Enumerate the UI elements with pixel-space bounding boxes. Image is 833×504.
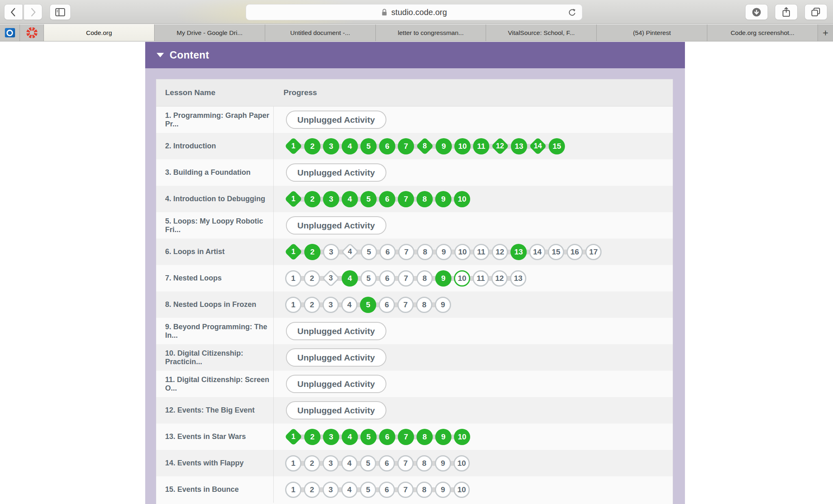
pinned-tab-canvas[interactable] [20, 24, 44, 41]
level-bubble-5[interactable]: 5 [360, 297, 376, 313]
tab-untitled-document[interactable]: Untitled document -... [265, 24, 376, 41]
level-bubble-3[interactable]: 3 [323, 244, 339, 260]
forward-button[interactable] [24, 4, 42, 20]
level-bubble-6[interactable]: 6 [379, 244, 396, 260]
level-bubble-4[interactable]: 4 [342, 138, 358, 154]
level-bubble-2[interactable]: 2 [304, 482, 320, 498]
level-bubble-7[interactable]: 7 [398, 270, 414, 287]
level-bubble-8[interactable]: 8 [416, 270, 433, 287]
level-bubble-6[interactable]: 6 [379, 429, 395, 445]
lesson-name-link[interactable]: 9. Beyond Programming: The In... [156, 318, 274, 344]
lesson-name-link[interactable]: 7. Nested Loops [156, 265, 274, 291]
level-bubble-9[interactable]: 9 [436, 244, 452, 260]
level-bubble-5[interactable]: 5 [361, 244, 377, 260]
level-bubble-6[interactable]: 6 [379, 138, 395, 154]
level-bubble-13[interactable]: 13 [510, 270, 526, 287]
level-bubble-11[interactable]: 11 [473, 270, 489, 287]
level-bubble-6[interactable]: 6 [379, 482, 395, 498]
level-bubble-12[interactable]: 12 [491, 137, 509, 155]
level-bubble-2[interactable]: 2 [304, 297, 320, 313]
lesson-name-link[interactable]: 10. Digital Citizenship: Practicin... [156, 344, 274, 371]
address-bar[interactable]: studio.code.org [246, 4, 582, 20]
level-bubble-14[interactable]: 14 [529, 244, 545, 260]
level-bubble-1[interactable]: 1 [285, 482, 301, 498]
level-bubble-8[interactable]: 8 [416, 137, 434, 155]
tab-54-pinterest[interactable]: (54) Pinterest [597, 24, 707, 41]
level-bubble-10[interactable]: 10 [454, 270, 470, 287]
level-bubble-7[interactable]: 7 [397, 482, 414, 498]
level-bubble-5[interactable]: 5 [360, 429, 377, 445]
level-bubble-5[interactable]: 5 [360, 191, 377, 207]
new-tab-button[interactable]: + [818, 24, 833, 41]
level-bubble-2[interactable]: 2 [304, 244, 321, 260]
level-bubble-1[interactable]: 1 [285, 190, 303, 208]
sidebar-toggle-button[interactable] [50, 4, 71, 20]
tab-code-org[interactable]: Code.org [44, 24, 155, 41]
level-bubble-10[interactable]: 10 [454, 191, 470, 207]
level-bubble-5[interactable]: 5 [360, 138, 377, 154]
level-bubble-5[interactable]: 5 [360, 482, 376, 498]
lesson-name-link[interactable]: 14. Events with Flappy [156, 450, 274, 476]
level-bubble-4[interactable]: 4 [342, 191, 358, 207]
level-bubble-1[interactable]: 1 [285, 243, 303, 261]
level-bubble-1[interactable]: 1 [285, 455, 301, 471]
lesson-name-link[interactable]: 8. Nested Loops in Frozen [156, 291, 274, 318]
level-bubble-14[interactable]: 14 [529, 137, 547, 155]
level-bubble-7[interactable]: 7 [398, 244, 414, 260]
unplugged-activity-button[interactable]: Unplugged Activity [286, 348, 386, 367]
level-bubble-15[interactable]: 15 [549, 138, 565, 154]
unplugged-activity-button[interactable]: Unplugged Activity [286, 375, 386, 393]
level-bubble-3[interactable]: 3 [322, 269, 340, 287]
level-bubble-8[interactable]: 8 [416, 429, 433, 445]
tab-vitalsource-school-f[interactable]: VitalSource: School, F... [486, 24, 597, 41]
level-bubble-7[interactable]: 7 [397, 455, 414, 471]
level-bubble-9[interactable]: 9 [435, 455, 451, 471]
level-bubble-7[interactable]: 7 [398, 191, 414, 207]
level-bubble-8[interactable]: 8 [417, 244, 433, 260]
level-bubble-5[interactable]: 5 [360, 270, 377, 287]
level-bubble-3[interactable]: 3 [323, 191, 339, 207]
level-bubble-10[interactable]: 10 [454, 244, 471, 260]
level-bubble-8[interactable]: 8 [416, 297, 432, 313]
level-bubble-4[interactable]: 4 [342, 429, 358, 445]
level-bubble-1[interactable]: 1 [285, 297, 301, 313]
level-bubble-3[interactable]: 3 [323, 455, 339, 471]
level-bubble-4[interactable]: 4 [342, 270, 358, 287]
level-bubble-4[interactable]: 4 [341, 455, 358, 471]
level-bubble-3[interactable]: 3 [323, 482, 339, 498]
level-bubble-4[interactable]: 4 [341, 482, 358, 498]
level-bubble-4[interactable]: 4 [341, 297, 358, 313]
unplugged-activity-button[interactable]: Unplugged Activity [286, 163, 386, 182]
level-bubble-12[interactable]: 12 [491, 270, 508, 287]
level-bubble-8[interactable]: 8 [416, 455, 432, 471]
unplugged-activity-button[interactable]: Unplugged Activity [286, 401, 386, 419]
unplugged-activity-button[interactable]: Unplugged Activity [286, 111, 386, 129]
level-bubble-3[interactable]: 3 [323, 297, 339, 313]
tab-code-org-screenshot[interactable]: Code.org screenshot... [707, 24, 818, 41]
level-bubble-12[interactable]: 12 [492, 244, 508, 260]
level-bubble-17[interactable]: 17 [585, 244, 602, 260]
level-bubble-9[interactable]: 9 [435, 429, 451, 445]
level-bubble-1[interactable]: 1 [285, 137, 303, 155]
lesson-name-link[interactable]: 13. Events in Star Wars [156, 424, 274, 450]
level-bubble-1[interactable]: 1 [285, 428, 303, 446]
level-bubble-13[interactable]: 13 [510, 244, 527, 260]
back-button[interactable] [4, 4, 23, 20]
unplugged-activity-button[interactable]: Unplugged Activity [286, 322, 386, 340]
level-bubble-6[interactable]: 6 [379, 270, 395, 287]
level-bubble-10[interactable]: 10 [454, 429, 470, 445]
tab-my-drive-google-dri[interactable]: My Drive - Google Dri... [155, 24, 265, 41]
level-bubble-7[interactable]: 7 [398, 429, 414, 445]
lesson-name-link[interactable]: 1. Programming: Graph Paper Pr... [156, 106, 274, 133]
level-bubble-9[interactable]: 9 [435, 482, 451, 498]
level-bubble-3[interactable]: 3 [323, 138, 339, 154]
downloads-button[interactable] [745, 4, 768, 20]
level-bubble-2[interactable]: 2 [304, 138, 321, 154]
lesson-name-link[interactable]: 2. Introduction [156, 133, 274, 159]
tab-overview-button[interactable] [805, 4, 827, 20]
level-bubble-7[interactable]: 7 [398, 138, 414, 154]
level-bubble-6[interactable]: 6 [379, 455, 395, 471]
tab-letter-to-congressman[interactable]: letter to congressman... [376, 24, 486, 41]
level-bubble-11[interactable]: 11 [473, 244, 489, 260]
level-bubble-9[interactable]: 9 [436, 138, 452, 154]
